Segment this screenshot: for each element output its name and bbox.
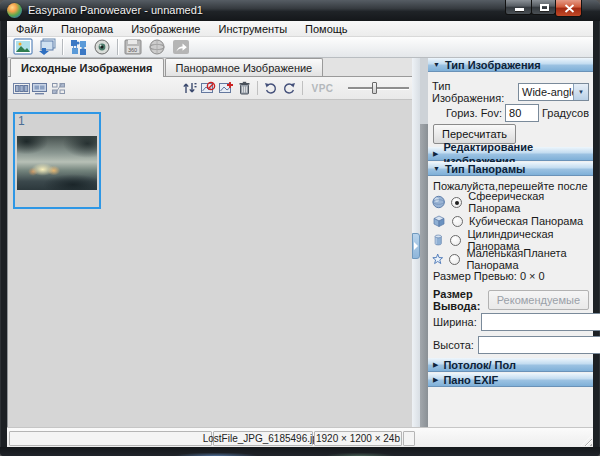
view-filmstrip-button[interactable] [12,79,31,97]
panel-scrollbar[interactable] [420,58,428,427]
option-little-planet-panorama[interactable]: МаленькаяПланета Панорама [432,251,593,267]
panel-scrollbar-thumb[interactable] [420,124,428,427]
minimize-button[interactable] [505,0,532,15]
rotate-cw-button[interactable] [280,79,299,97]
sort-images-button[interactable] [180,79,199,97]
radio-cubic[interactable] [452,216,463,227]
share-icon [171,38,191,56]
height-label: Высота: [433,339,474,351]
maximize-icon [540,4,549,11]
close-button[interactable] [555,0,582,17]
tab-panoramic-image[interactable]: Панорамное Изображение [165,58,324,76]
publish-button[interactable] [145,37,169,57]
maximize-button[interactable] [531,0,556,15]
minimize-icon [515,8,524,11]
status-cell-empty [9,431,212,446]
menu-panorama[interactable]: Панорама [52,21,122,37]
status-cell-small [403,431,415,446]
splitter-collapse-handle[interactable] [412,233,420,259]
rotate-ccw-button[interactable] [261,79,280,97]
view-thumbnail-button[interactable] [31,79,50,97]
radio-spherical[interactable] [451,197,462,208]
cube-icon [432,214,446,228]
expanded-arrow-icon: ▼ [433,162,440,176]
collapsed-arrow-icon: ▶ [433,358,438,372]
toolbar-separator [62,39,63,55]
view-thumbnail-icon [31,82,48,95]
radio-little-planet[interactable] [449,254,460,265]
thumbnail-item-selected[interactable]: 1 [13,112,101,209]
option-spherical-panorama[interactable]: Сфеерическая Панорама [432,194,593,210]
option-cylindrical-panorama[interactable]: Цилиндрическая Панорама [432,232,593,248]
zoom-slider-thumb[interactable] [372,82,377,94]
option-label: Кубическая Панорама [469,215,583,227]
section-ceiling-floor[interactable]: ▶ Потолок/ Пол [428,358,593,372]
subtoolbar-separator [257,81,258,95]
vpc-button[interactable]: VPC [305,83,339,94]
star-icon [432,252,443,266]
stitch-button[interactable] [66,37,90,57]
section-image-type[interactable]: ▼ Тип Изображения [428,58,593,72]
section-panorama-type[interactable]: ▼ Тип Панорамы [428,162,593,176]
remove-image-icon [200,81,216,95]
menu-tools[interactable]: Инструменты [209,21,296,37]
thumbnail-grid[interactable]: 1 [8,100,413,427]
sphere-icon [432,195,445,209]
panel-splitter[interactable] [412,58,420,427]
zoom-slider[interactable] [348,81,410,95]
image-type-select[interactable]: Wide-angle/ N ▼ [518,83,589,101]
tab-bar: Исходные Изображения Панорамное Изображе… [8,58,413,77]
add-image-button[interactable] [217,79,236,97]
trash-icon [238,81,251,95]
remove-image-button[interactable] [198,79,217,97]
height-input[interactable] [478,336,600,354]
delete-image-button[interactable] [236,79,255,97]
open-image-button[interactable] [11,37,35,57]
preview-size-text: Размер Превью: 0 × 0 [433,270,545,282]
image-type-row: Тип Изображения: Wide-angle/ N ▼ [432,80,589,104]
title-bar[interactable]: Easypano Panoweaver - unnamed1 [0,0,600,21]
view-split-button[interactable] [49,79,68,97]
status-bar: LostFile_JPG_6185496.jpg 1920 × 1200 × 2… [7,427,593,447]
share-button[interactable] [169,37,193,57]
tab-source-images[interactable]: Исходные Изображения [10,58,164,77]
output-size-row: Размер Вывода: Рекомендуемые [433,288,589,312]
import-images-icon [37,38,57,56]
option-cubic-panorama[interactable]: Кубическая Панорама [432,213,583,229]
menu-image[interactable]: Изображение [122,21,209,37]
view-filmstrip-icon [13,82,30,95]
menu-file[interactable]: Файл [7,21,52,37]
collapsed-arrow-icon: ▶ [433,373,438,387]
section-title: Тип Изображения [445,58,541,72]
width-label: Ширина: [433,316,477,328]
section-title: Тип Панорамы [445,162,526,176]
radio-cylindrical[interactable] [450,235,461,246]
zoom-slider-track [348,87,410,89]
publish-globe-icon [147,38,167,56]
fov-label: Гориз. Fov: [432,107,502,119]
fov-unit: Градусов [542,107,589,119]
collapsed-arrow-icon: ▶ [433,147,438,161]
save-panorama-button[interactable]: 360 [121,37,145,57]
expanded-arrow-icon: ▼ [433,58,440,72]
sort-icon [182,81,197,95]
height-row: Высота: [433,336,589,354]
preview-button[interactable] [90,37,114,57]
rotate-cw-icon [282,81,296,95]
width-input[interactable] [481,313,600,331]
status-image-info: 1920 × 1200 × 24b [314,431,402,446]
section-image-editing[interactable]: ▶ Редактирование изображения [428,147,593,161]
resize-grip[interactable] [581,435,592,446]
image-type-label: Тип Изображения: [432,80,515,104]
dropdown-arrow-icon[interactable]: ▼ [573,84,588,100]
menu-help[interactable]: Помощь [296,21,357,37]
thumbnail-index: 1 [18,114,25,128]
section-pano-exif[interactable]: ▶ Пано EXIF [428,373,593,387]
fov-input[interactable] [505,104,539,122]
recommended-button[interactable]: Рекомендуемые [488,290,589,310]
width-row: Ширина: [433,313,589,331]
subtoolbar-separator [302,81,303,95]
import-images-button[interactable] [35,37,59,57]
toolbar-separator [117,39,118,55]
app-window: Easypano Panoweaver - unnamed1 Файл Пано… [0,0,600,456]
